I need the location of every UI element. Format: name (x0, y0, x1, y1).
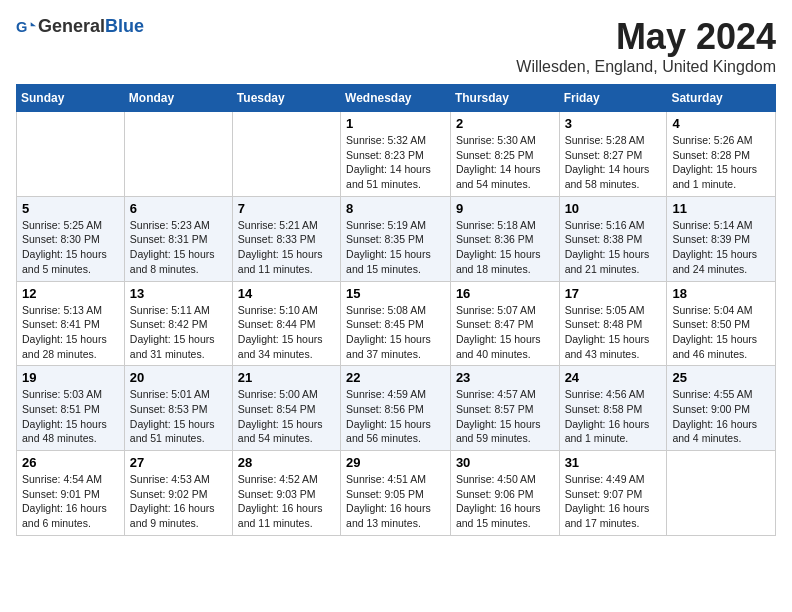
daylight-text: Daylight: 15 hours and 11 minutes. (238, 247, 335, 276)
subtitle: Willesden, England, United Kingdom (516, 58, 776, 76)
calendar-cell: 19Sunrise: 5:03 AMSunset: 8:51 PMDayligh… (17, 366, 125, 451)
header-row: SundayMondayTuesdayWednesdayThursdayFrid… (17, 85, 776, 112)
day-number: 25 (672, 370, 770, 385)
sunrise-text: Sunrise: 5:21 AM (238, 218, 335, 233)
day-number: 27 (130, 455, 227, 470)
column-header-saturday: Saturday (667, 85, 776, 112)
sunrise-text: Sunrise: 5:00 AM (238, 387, 335, 402)
day-number: 1 (346, 116, 445, 131)
sunrise-text: Sunrise: 5:26 AM (672, 133, 770, 148)
sunrise-text: Sunrise: 5:04 AM (672, 303, 770, 318)
sunset-text: Sunset: 8:45 PM (346, 317, 445, 332)
column-header-friday: Friday (559, 85, 667, 112)
day-info: Sunrise: 5:16 AMSunset: 8:38 PMDaylight:… (565, 218, 662, 277)
day-number: 21 (238, 370, 335, 385)
daylight-text: Daylight: 15 hours and 18 minutes. (456, 247, 554, 276)
day-info: Sunrise: 5:00 AMSunset: 8:54 PMDaylight:… (238, 387, 335, 446)
daylight-text: Daylight: 15 hours and 24 minutes. (672, 247, 770, 276)
day-number: 14 (238, 286, 335, 301)
calendar-cell: 11Sunrise: 5:14 AMSunset: 8:39 PMDayligh… (667, 196, 776, 281)
day-info: Sunrise: 4:56 AMSunset: 8:58 PMDaylight:… (565, 387, 662, 446)
daylight-text: Daylight: 15 hours and 48 minutes. (22, 417, 119, 446)
day-number: 12 (22, 286, 119, 301)
sunrise-text: Sunrise: 5:32 AM (346, 133, 445, 148)
sunset-text: Sunset: 8:28 PM (672, 148, 770, 163)
daylight-text: Daylight: 15 hours and 51 minutes. (130, 417, 227, 446)
day-info: Sunrise: 5:04 AMSunset: 8:50 PMDaylight:… (672, 303, 770, 362)
main-title: May 2024 (516, 16, 776, 58)
sunset-text: Sunset: 9:06 PM (456, 487, 554, 502)
sunset-text: Sunset: 8:33 PM (238, 232, 335, 247)
day-info: Sunrise: 5:03 AMSunset: 8:51 PMDaylight:… (22, 387, 119, 446)
day-number: 6 (130, 201, 227, 216)
daylight-text: Daylight: 15 hours and 5 minutes. (22, 247, 119, 276)
day-info: Sunrise: 4:53 AMSunset: 9:02 PMDaylight:… (130, 472, 227, 531)
sunset-text: Sunset: 9:00 PM (672, 402, 770, 417)
calendar-cell: 20Sunrise: 5:01 AMSunset: 8:53 PMDayligh… (124, 366, 232, 451)
sunset-text: Sunset: 8:35 PM (346, 232, 445, 247)
daylight-text: Daylight: 15 hours and 28 minutes. (22, 332, 119, 361)
calendar-cell: 26Sunrise: 4:54 AMSunset: 9:01 PMDayligh… (17, 451, 125, 536)
sunrise-text: Sunrise: 4:55 AM (672, 387, 770, 402)
sunset-text: Sunset: 8:41 PM (22, 317, 119, 332)
column-header-thursday: Thursday (450, 85, 559, 112)
sunrise-text: Sunrise: 4:49 AM (565, 472, 662, 487)
day-number: 5 (22, 201, 119, 216)
day-number: 24 (565, 370, 662, 385)
day-number: 9 (456, 201, 554, 216)
day-info: Sunrise: 5:19 AMSunset: 8:35 PMDaylight:… (346, 218, 445, 277)
day-info: Sunrise: 5:28 AMSunset: 8:27 PMDaylight:… (565, 133, 662, 192)
sunset-text: Sunset: 8:23 PM (346, 148, 445, 163)
sunset-text: Sunset: 8:50 PM (672, 317, 770, 332)
column-header-monday: Monday (124, 85, 232, 112)
calendar-cell: 2Sunrise: 5:30 AMSunset: 8:25 PMDaylight… (450, 112, 559, 197)
daylight-text: Daylight: 15 hours and 54 minutes. (238, 417, 335, 446)
day-info: Sunrise: 5:23 AMSunset: 8:31 PMDaylight:… (130, 218, 227, 277)
sunrise-text: Sunrise: 4:50 AM (456, 472, 554, 487)
svg-text:G: G (16, 18, 27, 34)
column-header-sunday: Sunday (17, 85, 125, 112)
day-number: 31 (565, 455, 662, 470)
day-info: Sunrise: 5:13 AMSunset: 8:41 PMDaylight:… (22, 303, 119, 362)
calendar-cell: 16Sunrise: 5:07 AMSunset: 8:47 PMDayligh… (450, 281, 559, 366)
sunrise-text: Sunrise: 4:53 AM (130, 472, 227, 487)
calendar-cell: 29Sunrise: 4:51 AMSunset: 9:05 PMDayligh… (341, 451, 451, 536)
sunset-text: Sunset: 9:01 PM (22, 487, 119, 502)
daylight-text: Daylight: 15 hours and 43 minutes. (565, 332, 662, 361)
day-number: 4 (672, 116, 770, 131)
logo: G GeneralBlue (16, 16, 144, 37)
sunset-text: Sunset: 8:27 PM (565, 148, 662, 163)
day-info: Sunrise: 5:01 AMSunset: 8:53 PMDaylight:… (130, 387, 227, 446)
calendar-cell (667, 451, 776, 536)
calendar-cell: 23Sunrise: 4:57 AMSunset: 8:57 PMDayligh… (450, 366, 559, 451)
day-number: 29 (346, 455, 445, 470)
sunrise-text: Sunrise: 4:59 AM (346, 387, 445, 402)
day-info: Sunrise: 4:54 AMSunset: 9:01 PMDaylight:… (22, 472, 119, 531)
daylight-text: Daylight: 15 hours and 40 minutes. (456, 332, 554, 361)
calendar-cell: 21Sunrise: 5:00 AMSunset: 8:54 PMDayligh… (232, 366, 340, 451)
week-row-5: 26Sunrise: 4:54 AMSunset: 9:01 PMDayligh… (17, 451, 776, 536)
calendar-cell: 12Sunrise: 5:13 AMSunset: 8:41 PMDayligh… (17, 281, 125, 366)
sunrise-text: Sunrise: 5:11 AM (130, 303, 227, 318)
day-number: 13 (130, 286, 227, 301)
daylight-text: Daylight: 16 hours and 17 minutes. (565, 501, 662, 530)
day-number: 7 (238, 201, 335, 216)
week-row-3: 12Sunrise: 5:13 AMSunset: 8:41 PMDayligh… (17, 281, 776, 366)
calendar-cell: 14Sunrise: 5:10 AMSunset: 8:44 PMDayligh… (232, 281, 340, 366)
daylight-text: Daylight: 14 hours and 54 minutes. (456, 162, 554, 191)
week-row-1: 1Sunrise: 5:32 AMSunset: 8:23 PMDaylight… (17, 112, 776, 197)
sunrise-text: Sunrise: 4:57 AM (456, 387, 554, 402)
daylight-text: Daylight: 15 hours and 37 minutes. (346, 332, 445, 361)
daylight-text: Daylight: 16 hours and 15 minutes. (456, 501, 554, 530)
daylight-text: Daylight: 15 hours and 46 minutes. (672, 332, 770, 361)
sunset-text: Sunset: 8:44 PM (238, 317, 335, 332)
daylight-text: Daylight: 15 hours and 8 minutes. (130, 247, 227, 276)
sunset-text: Sunset: 8:54 PM (238, 402, 335, 417)
sunrise-text: Sunrise: 4:51 AM (346, 472, 445, 487)
day-number: 17 (565, 286, 662, 301)
daylight-text: Daylight: 16 hours and 9 minutes. (130, 501, 227, 530)
day-number: 30 (456, 455, 554, 470)
day-info: Sunrise: 5:18 AMSunset: 8:36 PMDaylight:… (456, 218, 554, 277)
day-number: 26 (22, 455, 119, 470)
day-info: Sunrise: 5:14 AMSunset: 8:39 PMDaylight:… (672, 218, 770, 277)
